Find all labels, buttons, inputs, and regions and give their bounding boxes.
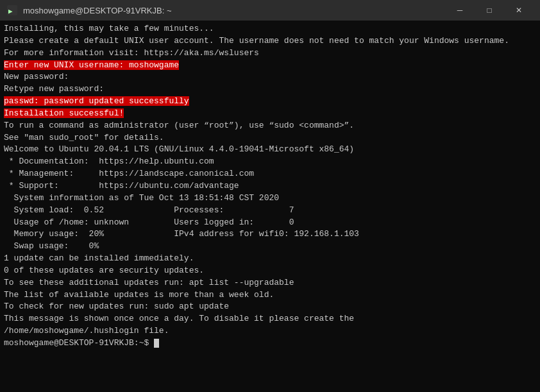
svg-text:▶: ▶ (8, 7, 13, 15)
terminal-line: This message is shown once once a day. T… (4, 313, 536, 325)
terminal-line: See "man sudo_root" for details. (4, 132, 536, 144)
terminal-line: /home/moshowgame/.hushlogin file. (4, 325, 536, 337)
terminal-line: To see these additional updates run: apt… (4, 277, 536, 289)
terminal-line: 0 of these updates are security updates. (4, 265, 536, 277)
terminal-line: Swap usage: 0% (4, 241, 536, 253)
terminal-cursor (154, 339, 159, 348)
terminal-line: The list of available updates is more th… (4, 289, 536, 302)
terminal-line: System information as of Tue Oct 13 18:5… (4, 192, 536, 205)
window-title: moshowgame@DESKTOP-91VRKJB: ~ (23, 6, 445, 15)
terminal-line: moshowgame@DESKTOP-91VRKJB:~$ (4, 337, 536, 350)
terminal-line: Please create a default UNIX user accoun… (4, 35, 536, 47)
terminal-line: Welcome to Ubuntu 20.04.1 LTS (GNU/Linux… (4, 144, 536, 156)
terminal-line: Memory usage: 20% IPv4 address for wifi0… (4, 228, 536, 241)
titlebar: ▶ moshowgame@DESKTOP-91VRKJB: ~ ─ □ ✕ (0, 0, 540, 21)
window-controls: ─ □ ✕ (445, 0, 534, 21)
terminal-line: To check for new updates run: sudo apt u… (4, 301, 536, 313)
terminal-line: Installing, this may take a few minutes.… (4, 23, 536, 35)
terminal-line: For more information visit: https://aka.… (4, 47, 536, 60)
minimize-button[interactable]: ─ (445, 0, 475, 21)
close-button[interactable]: ✕ (504, 0, 534, 21)
app-icon: ▶ (6, 4, 18, 16)
terminal-output[interactable]: Installing, this may take a few minutes.… (0, 21, 540, 392)
terminal-line: * Documentation: https://help.ubuntu.com (4, 156, 536, 168)
maximize-button[interactable]: □ (475, 0, 504, 21)
terminal-line: Enter new UNIX username: moshowgame (4, 60, 536, 72)
terminal-line: * Management: https://landscape.canonica… (4, 168, 536, 180)
terminal-line: * Support: https://ubuntu.com/advantage (4, 180, 536, 192)
terminal-line: passwd: password updated successfully (4, 96, 536, 108)
terminal-line: System load: 0.52 Processes: 7 (4, 205, 536, 217)
terminal-line: Retype new password: (4, 83, 536, 96)
terminal-line: New password: (4, 71, 536, 83)
terminal-line: 1 update can be installed immediately. (4, 253, 536, 265)
terminal-line: Installation successful! (4, 108, 536, 120)
terminal-line: Usage of /home: unknown Users logged in:… (4, 217, 536, 229)
terminal-line: To run a command as administrator (user … (4, 120, 536, 132)
